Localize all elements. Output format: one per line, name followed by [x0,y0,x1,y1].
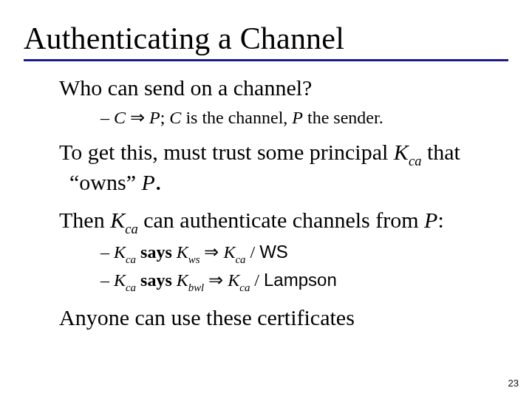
text: can authenticate channels from [138,208,424,232]
sub-ca: ca [126,282,136,293]
principal-lampson: Lampson [264,270,337,290]
sub-ca: ca [409,153,422,168]
var-k: K [394,140,409,164]
var-c2: C [169,108,181,127]
slash: / [246,242,260,262]
sub-says-lampson: – Kca says Kbwl ⇒ Kca / Lampson [59,269,502,294]
bullet-then-kca: Then Kca can authenticate channels from … [59,207,502,237]
var-k: K [177,270,188,290]
bullet-who-can-send: Who can send on a channel? [59,75,502,102]
dash: – [100,108,114,127]
sub-ca: ca [126,253,136,265]
sub-group-says: – Kca says Kws ⇒ Kca / WS – Kca says Kbw… [59,241,502,294]
var-k: K [177,242,188,262]
slide-title: Authenticating a Channel [24,21,508,56]
principal-ws: WS [259,242,288,262]
text: the sender. [303,108,383,127]
sub-bwl: bwl [188,282,205,293]
text: To get this, must trust some principal [59,140,394,164]
implies-icon: ⇒ [204,270,228,290]
dash: – [100,242,114,262]
bullet-trust-kca: To get this, must trust some principal K… [59,139,502,196]
period: . [155,166,162,196]
sub-c-implies-p: – C ⇒ P; C is the channel, P the sender. [59,106,502,129]
text: Then [59,208,110,232]
sub-ca: ca [239,282,250,293]
var-k: K [223,242,235,262]
sub-says-ws: – Kca says Kws ⇒ Kca / WS [59,241,502,266]
slide: Authenticating a Channel Who can send on… [0,0,532,399]
var-p: P [424,208,437,232]
var-k: K [228,270,239,290]
text: ; [160,108,170,127]
var-p: P [149,108,160,127]
var-k: K [114,270,126,290]
var-k: K [110,208,125,232]
text: : [437,208,443,232]
var-p: P [141,170,154,194]
slash: / [250,270,264,290]
text: is the channel, [181,108,292,127]
says: says [136,270,177,290]
var-p2: P [292,108,303,127]
var-c: C [114,108,126,127]
page-number: 23 [508,378,519,389]
dash: – [100,270,114,290]
implies-icon: ⇒ [126,108,149,127]
sub-ws: ws [188,253,200,265]
says: says [136,242,177,262]
title-underline [24,59,508,61]
slide-body: Who can send on a channel? – C ⇒ P; C is… [24,75,508,332]
sub-ca: ca [236,253,246,265]
var-k: K [114,242,126,262]
implies-icon: ⇒ [200,242,223,262]
sub-ca: ca [125,221,138,236]
bullet-anyone-can-use: Anyone can use these certificates [59,304,502,332]
